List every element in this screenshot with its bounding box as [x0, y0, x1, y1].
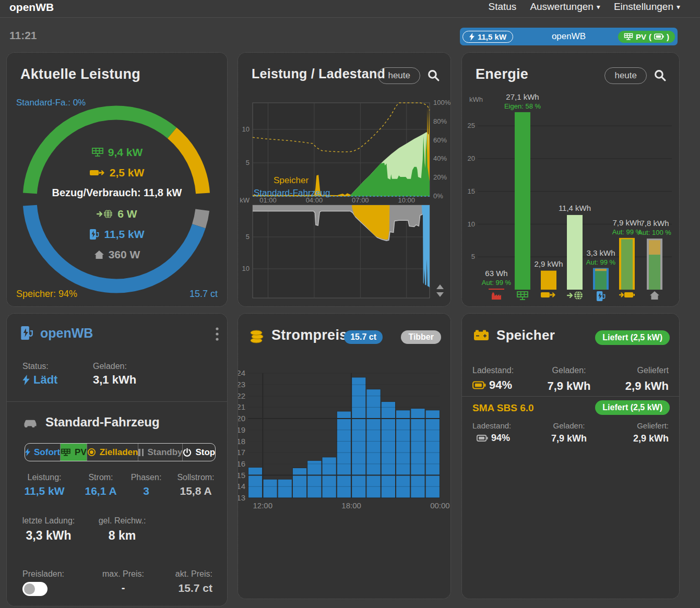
- battery-discharge-icon: [541, 291, 556, 299]
- charged-value: 3,1 kWh: [93, 373, 136, 387]
- card-aktuelle-leistung: Aktuelle Leistung Standard-Fa.: 0% 9,4 k…: [6, 52, 228, 307]
- clock: 11:21: [9, 29, 37, 42]
- gauge-row-battery-out: 2,5 kW: [7, 166, 227, 179]
- svg-text:11,4 kWh: 11,4 kWh: [559, 204, 591, 212]
- power-gauge[interactable]: [7, 53, 228, 307]
- delivered-label: Geliefert:: [590, 421, 669, 430]
- chargepoint-icon: [596, 291, 606, 302]
- pv-icon: [61, 448, 71, 457]
- svg-text:3,3 kWh: 3,3 kWh: [586, 248, 615, 257]
- status-label: Status:: [22, 362, 49, 371]
- nav-item-einstellungen[interactable]: Einstellungen ▾: [614, 1, 680, 13]
- gauge-segment-battery-discharge: [172, 133, 203, 194]
- target-icon: [87, 448, 96, 457]
- nav-item-status[interactable]: Status: [489, 1, 517, 13]
- card-chargepoint: openWB Status: Geladen: Lädt 3,1 kWh Sta…: [6, 313, 228, 606]
- svg-text:Aut: 99 %: Aut: 99 %: [482, 279, 512, 287]
- delivered-label: Geliefert: [590, 366, 669, 375]
- svg-text:kWh: kWh: [469, 96, 483, 103]
- caret-down-icon: ▾: [597, 3, 600, 11]
- mode-button-zielladen[interactable]: Zielladen: [87, 444, 139, 461]
- svg-text:10: 10: [242, 125, 250, 133]
- price-label: 15.7 ct: [189, 289, 218, 300]
- price-charging-toggle[interactable]: [22, 582, 48, 596]
- leistung-ladestand-chart[interactable]: 105510100%80%60%40%20%0%01:0004:0007:001…: [238, 53, 452, 307]
- price-bar: [307, 460, 322, 498]
- svg-text:12:00: 12:00: [253, 501, 273, 510]
- strompreis-chart[interactable]: 13141516171819202122232412:0018:0000:00: [238, 314, 452, 600]
- gauge-row-export: 6 W: [7, 208, 227, 220]
- charge-mode-pill: PV ( ): [618, 31, 675, 43]
- price-bar: [322, 457, 336, 498]
- kebab-icon[interactable]: [216, 326, 219, 342]
- energie-chart[interactable]: 510152025kWh63 WhAut: 99 %27,1 kWhEigen:…: [462, 53, 680, 307]
- mode-button-pv[interactable]: PV: [61, 444, 87, 461]
- battery-icon: [472, 381, 486, 389]
- pv-icon: [516, 291, 529, 301]
- soc-value: 94%: [477, 433, 510, 444]
- svg-text:40%: 40%: [433, 154, 447, 162]
- battery-icon: [473, 329, 489, 341]
- svg-text:7,9 kWh: 7,9 kWh: [612, 218, 641, 227]
- svg-text:15: 15: [468, 187, 475, 195]
- mode-button-standby[interactable]: Standby: [138, 444, 183, 461]
- soc-value: 94%: [472, 378, 512, 392]
- vehicle-title: Standard-Fahrzeug: [22, 415, 160, 430]
- svg-text:17: 17: [238, 448, 245, 457]
- stat-label: Sollstrom:: [159, 473, 232, 482]
- svg-text:18: 18: [238, 437, 245, 446]
- svg-text:Aut: 99 %: Aut: 99 %: [612, 228, 642, 236]
- price-bar: [292, 468, 306, 498]
- battery-icon: [654, 33, 664, 40]
- device-name: SMA SBS 6.0: [472, 402, 534, 414]
- energie-bar-grid-import: [489, 289, 504, 290]
- battery-status-badge: Liefert (2,5 kW): [595, 400, 670, 415]
- svg-text:22: 22: [238, 391, 245, 400]
- current-price-value: 15.7 ct: [129, 582, 212, 594]
- nav-item-auswertungen[interactable]: Auswertungen ▾: [530, 1, 600, 13]
- mode-button-sofort[interactable]: Sofort: [25, 444, 61, 461]
- svg-text:27,1 kWh: 27,1 kWh: [506, 92, 539, 101]
- card-energie: Energie heute 510152025kWh63 WhAut: 99 %…: [461, 52, 680, 307]
- svg-text:Standard-Fahrzeug: Standard-Fahrzeug: [254, 188, 330, 198]
- house-icon: [94, 250, 104, 259]
- chargepoint-icon: [89, 229, 100, 240]
- svg-text:Aut: 100 %: Aut: 100 %: [638, 229, 671, 236]
- status-value: Lädt: [22, 373, 57, 387]
- caret-down-icon: ▾: [677, 3, 680, 11]
- svg-text:25: 25: [468, 122, 475, 129]
- energie-bar-battery-discharge: [541, 271, 556, 290]
- energie-axis-icons: [462, 291, 679, 302]
- svg-text:80%: 80%: [433, 117, 447, 125]
- bolt-icon: [469, 33, 474, 41]
- navbar: openWB Status Auswertungen ▾ Einstellung…: [0, 0, 700, 18]
- price-bar: [411, 409, 425, 498]
- svg-text:20: 20: [468, 154, 475, 162]
- car-icon: [22, 418, 38, 427]
- stat-value: 15,8 A: [159, 485, 232, 497]
- svg-text:18:00: 18:00: [341, 501, 361, 510]
- divider: [7, 401, 227, 402]
- pv-icon: [624, 33, 633, 41]
- svg-text:19: 19: [238, 425, 245, 434]
- svg-text:13: 13: [238, 493, 245, 502]
- svg-text:Aut: 99 %: Aut: 99 %: [586, 258, 616, 266]
- chargepoint-status-badge[interactable]: 11,5 kW openWB PV ( ): [460, 28, 678, 45]
- speicher-soc-label: Speicher: 94%: [16, 289, 77, 300]
- stat-label: gel. Reichw.:: [80, 516, 164, 526]
- grid-import-icon: [491, 291, 502, 300]
- svg-text:10: 10: [242, 265, 250, 272]
- svg-text:60%: 60%: [433, 136, 447, 144]
- svg-text:23: 23: [238, 380, 245, 389]
- gauge-row-chargepoint: 11,5 kW: [7, 228, 227, 241]
- card-strompreis: Strompreis 15.7 ct Tibber 13141516171819…: [238, 313, 451, 599]
- divider: [462, 396, 679, 397]
- sort-icon: [436, 284, 444, 297]
- mode-button-stop[interactable]: Stop: [183, 444, 215, 461]
- delivered-value: 2,9 kWh: [590, 433, 669, 444]
- battery-icon: [477, 435, 488, 442]
- svg-text:63 Wh: 63 Wh: [485, 269, 507, 278]
- house-icon: [649, 291, 660, 300]
- svg-text:2,9 kWh: 2,9 kWh: [534, 259, 563, 268]
- charge-power-pill: 11,5 kW: [462, 31, 513, 43]
